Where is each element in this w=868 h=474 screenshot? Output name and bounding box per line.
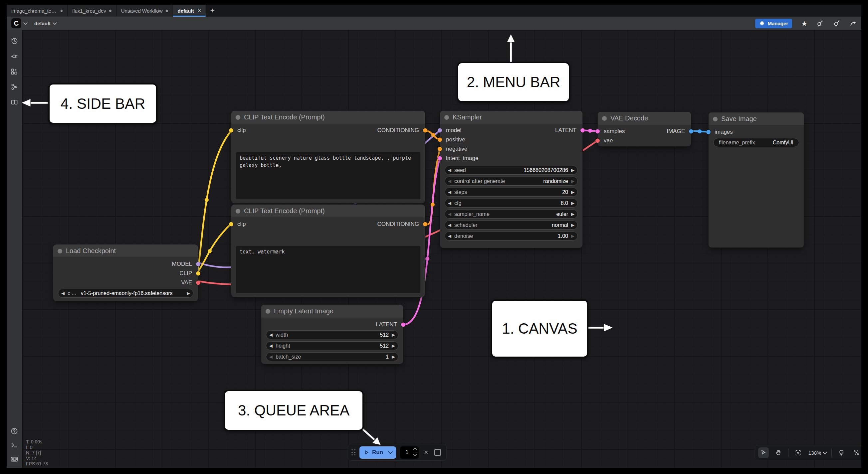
images-input-port[interactable] — [706, 130, 711, 134]
prev-arrow-icon[interactable]: ◀ — [269, 333, 273, 337]
templates-icon[interactable] — [10, 98, 19, 106]
next-arrow-icon[interactable]: ▶ — [392, 354, 395, 359]
vae-input-port[interactable] — [595, 139, 600, 143]
collapse-dot-icon[interactable] — [713, 117, 718, 122]
node-load-checkpoint[interactable]: Load Checkpoint MODEL CLIP VAE ◀ c ... v… — [53, 244, 198, 301]
collapse-dot-icon[interactable] — [444, 115, 449, 120]
queue-history-icon[interactable] — [10, 37, 19, 45]
steps-widget[interactable]: ◀ steps 20 ▶ — [445, 188, 578, 197]
stop-icon[interactable] — [434, 449, 441, 456]
next-arrow-icon[interactable]: ▶ — [571, 190, 575, 194]
samples-input-port[interactable] — [595, 129, 600, 134]
ckpt-name-widget[interactable]: ◀ c ... v1-5-pruned-emaonly-fp16.safeten… — [58, 289, 193, 298]
prev-arrow-icon[interactable]: ◀ — [269, 354, 273, 359]
run-button[interactable]: Run — [360, 446, 388, 459]
next-arrow-icon[interactable]: ▶ — [571, 234, 575, 238]
tab-image-chroma[interactable]: image_chroma_text_t... — [7, 5, 68, 16]
node-header[interactable]: Empty Latent Image — [261, 305, 403, 318]
next-arrow-icon[interactable]: ▶ — [187, 291, 190, 295]
conditioning-output-port[interactable] — [423, 128, 427, 133]
collapse-dot-icon[interactable] — [236, 209, 240, 213]
prev-arrow-icon[interactable]: ◀ — [448, 201, 451, 205]
denoise-widget[interactable]: ◀ denoise 1.00 ▶ — [445, 232, 578, 240]
prev-arrow-icon[interactable]: ◀ — [448, 168, 451, 172]
next-arrow-icon[interactable]: ▶ — [571, 179, 575, 183]
terminal-icon[interactable] — [10, 441, 19, 449]
prev-arrow-icon[interactable]: ◀ — [269, 344, 273, 348]
next-arrow-icon[interactable]: ▶ — [571, 223, 575, 227]
next-arrow-icon[interactable]: ▶ — [392, 333, 395, 337]
workflow-menu-button[interactable]: default — [34, 21, 56, 26]
prev-arrow-icon[interactable]: ◀ — [448, 212, 451, 216]
latent-image-input-port[interactable] — [438, 156, 442, 161]
sampler-name-widget[interactable]: ◀ sampler_name euler ▶ — [445, 209, 578, 218]
next-arrow-icon[interactable]: ▶ — [571, 212, 575, 216]
new-tab-button[interactable]: + — [206, 5, 219, 16]
zoom-level-dropdown[interactable]: 138% — [808, 450, 827, 456]
node-header[interactable]: VAE Decode — [598, 112, 691, 125]
clip-input-port[interactable] — [229, 128, 233, 133]
node-header[interactable]: Load Checkpoint — [53, 244, 198, 258]
node-empty-latent-image[interactable]: Empty Latent Image LATENT ◀ width 512 ▶ … — [261, 305, 403, 364]
node-save-image[interactable]: Save Image images filename_prefix ComfyU… — [709, 112, 804, 247]
select-tool-button[interactable] — [758, 447, 769, 458]
drag-handle[interactable] — [351, 449, 355, 456]
positive-input-port[interactable] — [438, 138, 442, 142]
batch-steppers[interactable] — [414, 448, 416, 456]
prev-arrow-icon[interactable]: ◀ — [61, 291, 65, 295]
prev-arrow-icon[interactable]: ◀ — [448, 223, 451, 227]
collapse-dot-icon[interactable] — [602, 116, 607, 121]
clip-input-port[interactable] — [229, 222, 233, 227]
tab-unsaved-workflow[interactable]: Unsaved Workflow — [117, 5, 173, 16]
node-library-icon[interactable] — [10, 52, 19, 61]
fit-view-button[interactable] — [793, 447, 803, 458]
chevron-down-icon[interactable] — [23, 21, 28, 25]
node-header[interactable]: Save Image — [709, 112, 804, 126]
node-vae-decode[interactable]: VAE Decode samples IMAGE vae — [598, 112, 691, 146]
clip-output-port[interactable] — [196, 271, 200, 276]
node-clip-text-encode-negative[interactable]: CLIP Text Encode (Prompt) clip CONDITION… — [231, 205, 425, 297]
width-widget[interactable]: ◀ width 512 ▶ — [266, 330, 398, 339]
keyboard-icon[interactable] — [10, 455, 19, 463]
node-header[interactable]: CLIP Text Encode (Prompt) — [231, 111, 425, 124]
toggle-minimap-button[interactable] — [836, 447, 847, 458]
prompt-textarea[interactable]: beautiful scenery nature glass bottle la… — [236, 152, 421, 199]
control-after-generate-widget[interactable]: ◀ control after generate randomize ▶ — [445, 177, 578, 185]
collapse-dot-icon[interactable] — [266, 309, 270, 314]
next-arrow-icon[interactable]: ▶ — [571, 201, 575, 205]
manager-update-all-icon[interactable] — [833, 20, 841, 27]
workflows-icon[interactable] — [10, 82, 19, 91]
vae-output-port[interactable] — [196, 281, 200, 285]
pan-tool-button[interactable] — [773, 447, 784, 458]
prev-arrow-icon[interactable]: ◀ — [448, 179, 451, 183]
node-header[interactable]: CLIP Text Encode (Prompt) — [231, 205, 425, 218]
prev-arrow-icon[interactable]: ◀ — [448, 190, 451, 194]
batch-count-input[interactable]: 1 — [400, 446, 419, 459]
prev-arrow-icon[interactable]: ◀ — [448, 234, 451, 238]
prompt-textarea[interactable]: text, watermark — [236, 246, 421, 293]
star-icon[interactable]: ★ — [801, 20, 807, 27]
node-header[interactable]: KSampler — [440, 111, 583, 124]
node-ksampler[interactable]: KSampler model LATENT positive negative … — [440, 111, 583, 248]
manager-button[interactable]: Manager — [755, 19, 792, 28]
manager-update-icon[interactable] — [816, 20, 824, 27]
tab-default[interactable]: default × — [173, 5, 206, 16]
help-icon[interactable] — [10, 427, 19, 435]
latent-output-port[interactable] — [401, 323, 405, 327]
tab-flux1-krea-dev[interactable]: flux1_krea_dev — [68, 5, 117, 16]
toggle-link-visibility-button[interactable] — [851, 447, 861, 458]
collapse-dot-icon[interactable] — [236, 115, 240, 120]
seed-widget[interactable]: ◀ seed 156680208700286 ▶ — [445, 166, 578, 175]
node-clip-text-encode-positive[interactable]: CLIP Text Encode (Prompt) clip CONDITION… — [231, 111, 425, 203]
close-tab-icon[interactable]: × — [198, 8, 202, 14]
negative-input-port[interactable] — [438, 147, 442, 151]
latent-output-port[interactable] — [581, 128, 585, 133]
next-arrow-icon[interactable]: ▶ — [571, 168, 575, 172]
next-arrow-icon[interactable]: ▶ — [392, 344, 395, 348]
model-input-port[interactable] — [438, 128, 442, 133]
model-output-port[interactable] — [196, 262, 200, 266]
cfg-widget[interactable]: ◀ cfg 8.0 ▶ — [445, 199, 578, 208]
batch-size-widget[interactable]: ◀ batch_size 1 ▶ — [266, 352, 398, 361]
image-output-port[interactable] — [689, 129, 693, 134]
filename-prefix-widget[interactable]: filename_prefix ComfyUI — [713, 138, 799, 147]
